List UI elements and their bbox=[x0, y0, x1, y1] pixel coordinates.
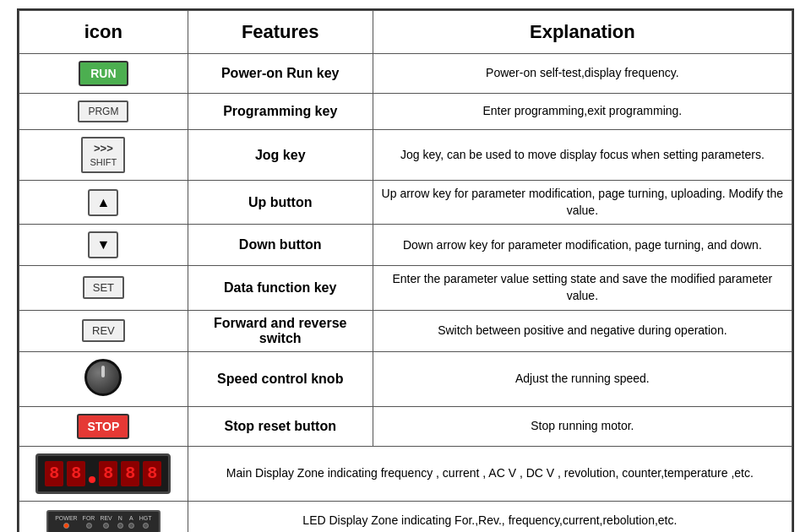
digit-3 bbox=[99, 461, 117, 486]
led-lights-power bbox=[63, 523, 69, 529]
led-group-a: A bbox=[128, 515, 134, 529]
stop-button-icon: STOP bbox=[77, 414, 129, 439]
feature-stop: Stop reset button bbox=[188, 406, 373, 446]
shift-button-icon: >>> SHIFT bbox=[81, 137, 125, 173]
led-lights-a bbox=[128, 523, 134, 529]
explanation-up: Up arrow key for parameter modification,… bbox=[373, 181, 792, 225]
col-header-explanation: Explanation bbox=[373, 11, 792, 54]
led-dot bbox=[143, 523, 149, 529]
icon-led-display: POWER FOR REV bbox=[19, 501, 188, 532]
col-header-features: Features bbox=[188, 11, 373, 54]
table-row: REV Forward and reverse switch Switch be… bbox=[19, 310, 792, 351]
led-dot bbox=[128, 523, 134, 529]
led-lights-rev bbox=[103, 523, 109, 529]
led-group-n: N bbox=[117, 515, 123, 529]
feature-set: Data function key bbox=[188, 266, 373, 310]
col-header-icon: icon bbox=[19, 11, 188, 54]
table-row: SET Data function key Enter the paramete… bbox=[19, 266, 792, 310]
explanation-rev: Switch between positive and negative dur… bbox=[373, 310, 792, 351]
feature-down: Down button bbox=[188, 225, 373, 266]
led-dot bbox=[63, 523, 69, 529]
rev-button-icon: REV bbox=[82, 319, 125, 342]
table-row: RUN Power-on Run key Power-on self-test,… bbox=[19, 54, 792, 94]
feature-up: Up button bbox=[188, 181, 373, 225]
icon-rev: REV bbox=[19, 310, 188, 351]
explanation-prgm: Enter programming,exit programming. bbox=[373, 94, 792, 130]
led-label-hgt: HGT bbox=[139, 515, 152, 521]
down-arrow-icon: ▼ bbox=[88, 231, 118, 258]
table-row: STOP Stop reset button Stop running moto… bbox=[19, 406, 792, 446]
table-row: >>> SHIFT Jog key Jog key, can be used t… bbox=[19, 130, 792, 181]
icon-jog: >>> SHIFT bbox=[19, 130, 188, 181]
icon-up: ▲ bbox=[19, 181, 188, 225]
feature-prgm: Programming key bbox=[188, 94, 373, 130]
digit-4 bbox=[121, 461, 139, 486]
run-button-icon: RUN bbox=[79, 61, 128, 86]
table-row: ▲ Up button Up arrow key for parameter m… bbox=[19, 181, 792, 225]
decimal-dot bbox=[89, 476, 95, 483]
set-button-icon: SET bbox=[83, 276, 124, 299]
feature-jog: Jog key bbox=[188, 130, 373, 181]
explanation-jog: Jog key, can be used to move display foc… bbox=[373, 130, 792, 181]
table-row: Main Display Zone indicating frequency ,… bbox=[19, 446, 792, 501]
feature-knob: Speed control knob bbox=[188, 351, 373, 406]
table-row: ▼ Down button Down arrow key for paramet… bbox=[19, 225, 792, 266]
shift-arrows-icon: >>> bbox=[90, 142, 117, 156]
led-label-n: N bbox=[118, 515, 122, 521]
explanation-stop: Stop running motor. bbox=[373, 406, 792, 446]
icon-prgm: PRGM bbox=[19, 94, 188, 130]
explanation-knob: Adjust the running speed. bbox=[373, 351, 792, 406]
table-row: POWER FOR REV bbox=[19, 501, 792, 532]
led-dot bbox=[86, 523, 92, 529]
feature-rev: Forward and reverse switch bbox=[188, 310, 373, 351]
led-dot bbox=[117, 523, 123, 529]
up-arrow-icon: ▲ bbox=[88, 189, 118, 216]
led-display-icon: POWER FOR REV bbox=[46, 510, 160, 532]
digit-1 bbox=[45, 461, 63, 486]
icon-down: ▼ bbox=[19, 225, 188, 266]
table-row: Speed control knob Adjust the running sp… bbox=[19, 351, 792, 406]
digit-5 bbox=[143, 461, 161, 486]
icon-set: SET bbox=[19, 266, 188, 310]
icon-run: RUN bbox=[19, 54, 188, 94]
led-lights-hgt bbox=[143, 523, 149, 529]
shift-label: SHIFT bbox=[90, 156, 117, 168]
explanation-led-display: LED Display Zone indicating For.,Rev., f… bbox=[188, 501, 792, 532]
features-table: icon Features Explanation RUN Power-on R… bbox=[19, 10, 792, 532]
digit-2 bbox=[67, 461, 85, 486]
explanation-run: Power-on self-test,display frequency. bbox=[373, 54, 792, 94]
led-lights-for bbox=[86, 523, 92, 529]
explanation-down: Down arrow key for parameter modificatio… bbox=[373, 225, 792, 266]
led-group-hgt: HGT bbox=[139, 515, 152, 529]
explanation-main-display: Main Display Zone indicating frequency ,… bbox=[188, 446, 792, 501]
speed-knob-icon bbox=[84, 359, 122, 396]
table-row: PRGM Programming key Enter programming,e… bbox=[19, 94, 792, 130]
main-table-container: icon Features Explanation RUN Power-on R… bbox=[17, 8, 794, 532]
led-label-for: FOR bbox=[83, 515, 95, 521]
feature-run: Power-on Run key bbox=[188, 54, 373, 94]
main-display-icon bbox=[35, 453, 171, 494]
icon-knob bbox=[19, 351, 188, 406]
led-lights-n bbox=[117, 523, 123, 529]
explanation-set: Enter the parameter value setting state … bbox=[373, 266, 792, 310]
icon-main-display bbox=[19, 446, 188, 501]
led-label-a: A bbox=[129, 515, 133, 521]
led-group-for: FOR bbox=[83, 515, 95, 529]
led-group-rev: REV bbox=[100, 515, 112, 529]
led-dot bbox=[103, 523, 109, 529]
led-label-power: POWER bbox=[55, 515, 77, 521]
icon-stop: STOP bbox=[19, 406, 188, 446]
led-group-power: POWER bbox=[55, 515, 77, 529]
led-label-rev: REV bbox=[100, 515, 112, 521]
prgm-button-icon: PRGM bbox=[78, 100, 128, 122]
